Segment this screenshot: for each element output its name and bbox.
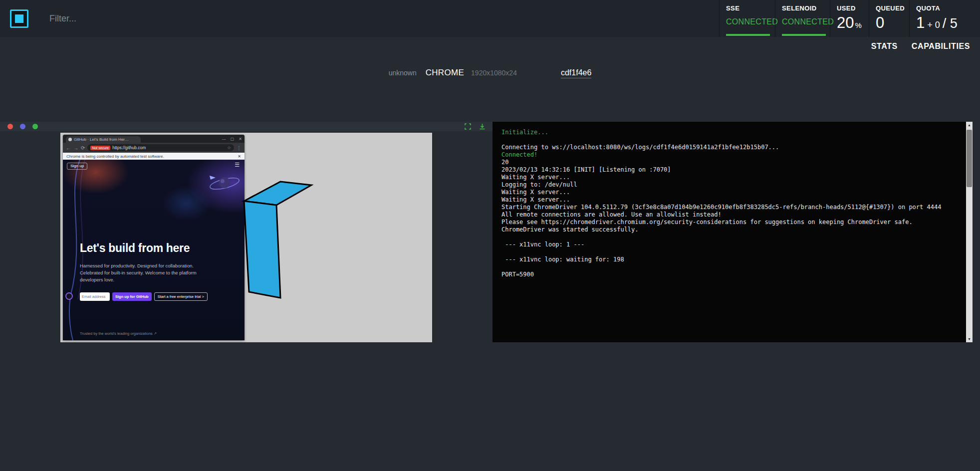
top-bar: SSE CONNECTED SELENOID CONNECTED USED 20… — [0, 0, 980, 37]
stat-used-value: 20% — [837, 14, 869, 32]
log-line — [501, 136, 961, 144]
security-chip: Not secure — [90, 146, 110, 150]
remote-toolbar: ← → ⟳ Not secure https://github.com ☆ ⋮ — [63, 143, 245, 153]
scrollbar-thumb[interactable] — [967, 130, 972, 187]
stat-queued-value: 0 — [876, 14, 909, 32]
scrollbar-down-icon[interactable]: ▼ — [966, 336, 973, 342]
remote-tab-title: GitHub · Let's Build from Her… — [74, 137, 129, 142]
infobar-close-icon: ✕ — [238, 154, 241, 159]
remote-window-controls: — ▢ ✕ — [222, 135, 242, 143]
remote-browser-window: GitHub · Let's Build from Her… — ▢ ✕ ← →… — [63, 135, 245, 340]
log-line: Please see https://chromedriver.chromium… — [501, 219, 961, 226]
log-line: PORT=5900 — [501, 271, 961, 278]
planet-art — [206, 171, 241, 196]
window-dot-blue-icon — [20, 124, 25, 129]
github-signup-top-button: Sign up — [67, 163, 87, 170]
stat-selenoid-value: CONNECTED — [782, 17, 830, 26]
scrollbar-up-icon[interactable]: ▲ — [966, 122, 973, 128]
maximize-icon: ▢ — [231, 137, 235, 141]
vnc-screen[interactable]: GitHub · Let's Build from Her… — ▢ ✕ ← →… — [60, 133, 432, 342]
remote-tabstrip: GitHub · Let's Build from Her… — ▢ ✕ — [63, 135, 245, 143]
log-content: Initialize... Connecting to ws://localho… — [501, 129, 961, 278]
tab-stats[interactable]: STATS — [871, 42, 898, 51]
logo-inner-square — [15, 14, 23, 23]
log-line: Connected! — [501, 151, 961, 159]
status-stats: SSE CONNECTED SELENOID CONNECTED USED 20… — [719, 0, 980, 37]
close-icon: ✕ — [239, 137, 242, 141]
selenoid-connected-underline — [782, 34, 826, 36]
minimize-icon: — — [222, 137, 226, 141]
fullscreen-icon[interactable] — [465, 123, 471, 130]
stat-selenoid: SELENOID CONNECTED — [775, 0, 830, 37]
download-icon[interactable] — [479, 123, 486, 130]
email-field — [80, 292, 110, 301]
kebab-menu-icon: ⋮ — [237, 145, 242, 151]
stat-sse-label: SSE — [726, 4, 775, 12]
selenoid-logo-icon — [10, 9, 28, 28]
remote-address-bar: Not secure https://github.com ☆ — [87, 144, 234, 151]
session-user: unknown — [389, 69, 417, 77]
back-icon: ← — [66, 145, 71, 151]
reload-icon: ⟳ — [81, 145, 85, 151]
log-line: ChromeDriver was started successfully. — [501, 226, 961, 234]
stat-used: USED 20% — [830, 0, 869, 37]
session-id-link[interactable]: cdf1f4e6 — [561, 68, 591, 78]
vnc-panel: GitHub · Let's Build from Her… — ▢ ✕ ← →… — [0, 122, 492, 342]
stat-sse-value: CONNECTED — [726, 17, 775, 26]
log-line — [501, 248, 961, 256]
sse-connected-underline — [726, 34, 770, 36]
github-headline: Let's build from here — [80, 241, 190, 255]
session-row[interactable]: unknown CHROME 1920x1080x24 cdf1f4e6 — [0, 68, 980, 82]
enterprise-trial-button: Start a free enterprise trial > — [154, 292, 208, 301]
remote-url: https://github.com — [112, 145, 146, 150]
log-line: Connecting to ws://localhost:8080/ws/log… — [501, 144, 961, 151]
github-page: Sign up ☰ Let's build from here Harnesse… — [63, 160, 245, 340]
code-node-icon — [65, 292, 73, 300]
remote-browser-tab: GitHub · Let's Build from Her… — [66, 136, 141, 143]
log-line: 2023/02/13 14:32:16 [INIT] [Listening on… — [501, 166, 961, 174]
infobar-text: Chrome is being controlled by automated … — [66, 154, 164, 159]
session-browser: CHROME — [426, 68, 464, 78]
log-line: --- x11vnc loop: 1 --- — [501, 241, 961, 248]
log-scrollbar[interactable]: ▲ ▼ — [966, 122, 973, 342]
github-subtext: Harnessed for productivity. Designed for… — [80, 262, 206, 283]
log-line: Logging to: /dev/null — [501, 181, 961, 189]
session-resolution: 1920x1080x24 — [471, 69, 517, 77]
log-line: Waiting X server... — [501, 189, 961, 196]
vnc-titlebar — [0, 122, 492, 131]
forward-icon: → — [73, 145, 78, 151]
signup-for-github-button: Sign up for GitHub — [112, 292, 152, 301]
log-line: Waiting X server... — [501, 196, 961, 204]
log-line: --- x11vnc loop: waiting for: 198 — [501, 256, 961, 263]
stat-sse: SSE CONNECTED — [719, 0, 775, 37]
log-line — [501, 234, 961, 241]
log-line: 20 — [501, 159, 961, 166]
stat-quota-value: 1+ 0/ 5 — [916, 14, 980, 32]
view-tabs: STATS CAPABILITIES — [871, 42, 970, 51]
log-line — [501, 263, 961, 271]
hamburger-menu-icon: ☰ — [235, 162, 240, 168]
stat-quota: QUOTA 1+ 0/ 5 — [909, 0, 980, 37]
github-footer-note: Trusted by the world's leading organizat… — [80, 331, 157, 336]
stat-selenoid-label: SELENOID — [782, 4, 830, 12]
stat-queued: QUEUED 0 — [869, 0, 909, 37]
log-line: Starting ChromeDriver 104.0.5112.79 (3cf… — [501, 204, 961, 211]
automation-infobar: Chrome is being controlled by automated … — [63, 153, 245, 160]
filter-input[interactable] — [49, 13, 259, 24]
stat-queued-label: QUEUED — [876, 4, 909, 12]
vnc-actions — [465, 123, 486, 130]
window-dot-red-icon — [7, 124, 13, 129]
github-signup-form: Sign up for GitHub Start a free enterpri… — [80, 292, 208, 301]
log-line: Initialize... — [501, 129, 961, 136]
percent-sign: % — [855, 21, 861, 29]
session-log-panel: Initialize... Connecting to ws://localho… — [492, 122, 973, 342]
tab-capabilities[interactable]: CAPABILITIES — [912, 42, 970, 51]
window-dot-green-icon — [32, 124, 38, 129]
log-line: Waiting X server... — [501, 174, 961, 181]
stat-quota-label: QUOTA — [916, 4, 980, 12]
log-line: All remote connections are allowed. Use … — [501, 211, 961, 219]
github-favicon-icon — [68, 138, 72, 141]
stat-used-label: USED — [837, 4, 869, 12]
bookmark-star-icon: ☆ — [227, 145, 231, 150]
